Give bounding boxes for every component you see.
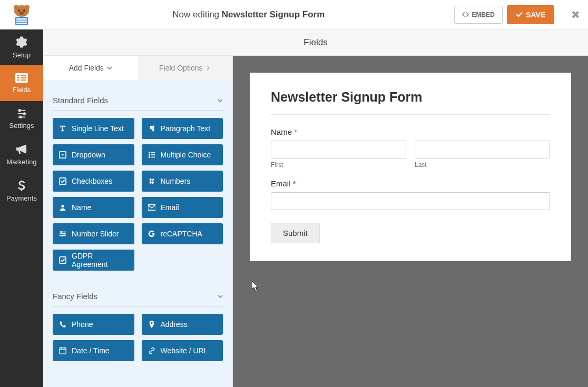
field-email[interactable]: Email — [142, 197, 223, 218]
sliders-icon — [59, 230, 66, 237]
name-label: Name * — [271, 127, 550, 136]
svg-rect-14 — [21, 75, 26, 76]
center-header: Fields — [43, 29, 588, 56]
svg-rect-9 — [16, 23, 27, 24]
svg-rect-12 — [17, 77, 19, 78]
svg-point-5 — [19, 12, 24, 15]
close-icon[interactable]: ✖ — [566, 8, 585, 21]
field-number-slider[interactable]: Number Slider — [53, 223, 134, 244]
google-icon — [148, 230, 155, 237]
svg-point-4 — [23, 9, 25, 12]
svg-rect-15 — [21, 77, 26, 78]
embed-label: EMBED — [472, 11, 495, 18]
sidenav-marketing[interactable]: Marketing — [0, 137, 43, 173]
top-actions: EMBED SAVE ✖ — [454, 5, 588, 24]
field-date-time[interactable]: Date / Time — [53, 340, 134, 361]
last-name-input[interactable] — [415, 141, 550, 158]
svg-rect-26 — [151, 157, 155, 158]
embed-button[interactable]: EMBED — [454, 6, 503, 24]
required-asterisk: * — [292, 127, 297, 136]
form-title: Newsletter Signup Form — [271, 90, 550, 115]
sidenav-fields[interactable]: Fields — [0, 65, 43, 101]
svg-point-17 — [18, 109, 21, 112]
sidenav-fields-label: Fields — [13, 86, 31, 94]
form-card: Newsletter Signup Form Name * First Last — [250, 73, 571, 261]
svg-rect-34 — [60, 348, 66, 354]
svg-rect-11 — [17, 75, 19, 76]
sidenav-setup[interactable]: Setup — [0, 29, 43, 65]
hashtag-icon — [148, 177, 155, 185]
tab-add-fields[interactable]: Add Fields — [43, 56, 138, 80]
caret-square-icon — [59, 151, 66, 158]
field-name[interactable]: Name — [53, 197, 134, 218]
svg-point-30 — [61, 231, 63, 233]
submit-button[interactable]: Submit — [271, 223, 320, 243]
save-button[interactable]: SAVE — [507, 5, 554, 24]
tab-add-label: Add Fields — [69, 64, 104, 72]
sidenav-settings[interactable]: Settings — [0, 101, 43, 137]
sliders-icon — [16, 109, 27, 118]
field-numbers[interactable]: Numbers — [142, 171, 223, 192]
topbar: Now editing Newsletter Signup Form EMBED… — [0, 0, 588, 29]
link-icon — [148, 347, 155, 354]
chevron-down-icon — [218, 98, 223, 103]
tab-options-label: Field Options — [159, 64, 202, 72]
check-icon — [516, 12, 523, 17]
gear-icon — [16, 36, 27, 48]
save-label: SAVE — [526, 11, 545, 19]
main: Setup Fields Settings Marketing Payments… — [0, 29, 588, 387]
name-row: First Last — [271, 141, 550, 168]
fields-tabs: Add Fields Field Options — [43, 56, 232, 80]
chevron-right-icon — [205, 65, 211, 71]
group-fancy-header[interactable]: Fancy Fields — [53, 283, 223, 306]
field-multiple-choice[interactable]: Multiple Choice — [142, 144, 223, 165]
svg-point-3 — [18, 9, 20, 12]
sidenav-payments[interactable]: Payments — [0, 173, 43, 209]
field-checkboxes[interactable]: Checkboxes — [53, 171, 134, 192]
dollar-icon — [17, 180, 26, 191]
calendar-icon — [59, 347, 66, 354]
envelope-icon — [148, 204, 155, 211]
svg-point-1 — [14, 5, 19, 10]
email-label: Email * — [271, 179, 550, 188]
field-single-line-text[interactable]: Single Line Text — [53, 118, 134, 139]
form-preview[interactable]: Newsletter Signup Form Name * First Last — [233, 56, 588, 387]
svg-rect-33 — [60, 257, 66, 263]
svg-point-23 — [148, 154, 150, 156]
field-recaptcha[interactable]: reCAPTCHA — [142, 223, 223, 244]
svg-point-32 — [61, 235, 63, 237]
svg-rect-27 — [60, 178, 66, 184]
svg-rect-8 — [16, 21, 27, 22]
fields-scroll[interactable]: Standard Fields Single Line Text Paragra… — [43, 80, 232, 387]
svg-point-28 — [61, 205, 64, 207]
sidenav: Setup Fields Settings Marketing Payments — [0, 29, 43, 387]
text-icon — [59, 125, 66, 132]
field-address[interactable]: Address — [142, 314, 223, 335]
bullhorn-icon — [16, 144, 27, 155]
svg-rect-22 — [151, 152, 155, 153]
field-phone[interactable]: Phone — [53, 314, 134, 335]
field-paragraph-text[interactable]: Paragraph Text — [142, 118, 223, 139]
center-body: Add Fields Field Options Standard Fields — [43, 56, 588, 387]
user-icon — [59, 204, 66, 211]
svg-rect-24 — [151, 154, 155, 155]
field-gdpr[interactable]: GDPR Agreement — [53, 250, 134, 271]
group-standard-header[interactable]: Standard Fields — [53, 87, 223, 111]
editing-label: Now editing Newsletter Signup Form — [43, 9, 454, 20]
app-logo[interactable] — [0, 0, 43, 29]
email-input[interactable] — [271, 192, 550, 210]
phone-icon — [59, 321, 66, 328]
field-dropdown[interactable]: Dropdown — [53, 144, 134, 165]
editing-prefix: Now editing — [172, 9, 222, 19]
first-name-input[interactable] — [271, 141, 406, 158]
editing-form-name: Newsletter Signup Form — [222, 9, 325, 19]
svg-point-2 — [24, 5, 30, 10]
field-website-url[interactable]: Website / URL — [142, 340, 223, 361]
standard-fields-grid: Single Line Text Paragraph Text Dropdown… — [53, 118, 223, 271]
group-standard-title: Standard Fields — [53, 96, 108, 105]
check-square-icon — [59, 256, 66, 264]
form-icon — [15, 73, 28, 83]
tab-field-options[interactable]: Field Options — [138, 56, 233, 80]
svg-rect-16 — [21, 80, 26, 81]
sidenav-payments-label: Payments — [6, 194, 37, 202]
